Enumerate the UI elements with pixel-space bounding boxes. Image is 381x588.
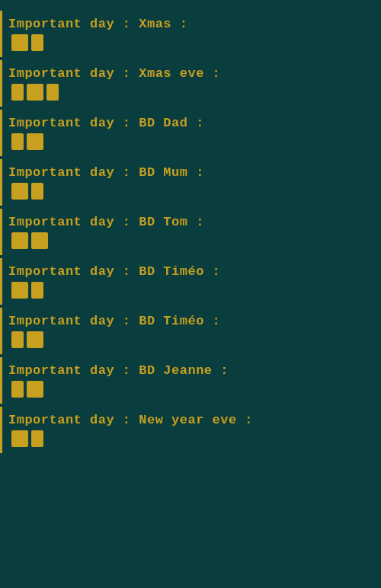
list-item: Important day : Xmas :: [0, 11, 381, 57]
list-item: Important day : Xmas eve :: [0, 60, 381, 107]
icon-block: [46, 84, 59, 101]
item-label: Important day : BD Tom :: [2, 215, 381, 229]
list-item: Important day : BD Jeanne :: [0, 357, 381, 404]
item-icons: [2, 34, 381, 51]
item-icons: [2, 430, 381, 447]
item-label: Important day : BD Jeanne :: [2, 363, 381, 378]
icon-block: [27, 331, 43, 348]
item-label: Important day : BD Dad :: [2, 116, 381, 130]
list-item: Important day : BD Timéo :: [0, 308, 381, 354]
icon-block: [11, 183, 28, 200]
item-label: Important day : BD Mum :: [2, 165, 381, 180]
icon-block: [11, 430, 28, 447]
icon-block: [27, 84, 43, 101]
icon-block: [31, 183, 43, 200]
icon-block: [11, 84, 24, 101]
list-item: Important day : BD Mum :: [0, 159, 381, 206]
item-icons: [2, 183, 381, 200]
item-icons: [2, 381, 381, 398]
list-item: Important day : BD Dad :: [0, 110, 381, 156]
item-icons: [2, 84, 381, 101]
icon-block: [11, 133, 24, 150]
icon-block: [31, 232, 48, 249]
icon-block: [11, 331, 24, 348]
item-label: Important day : New year eve :: [2, 413, 381, 427]
icon-block: [11, 232, 28, 249]
item-label: Important day : BD Timéo :: [2, 264, 381, 279]
item-label: Important day : Xmas :: [2, 17, 381, 31]
list-item: Important day : New year eve :: [0, 407, 381, 453]
items-list: Important day : Xmas :Important day : Xm…: [0, 11, 381, 453]
list-item: Important day : BD Timéo :: [0, 258, 381, 305]
item-icons: [2, 232, 381, 249]
icon-block: [11, 381, 24, 398]
icon-block: [31, 34, 43, 51]
icon-block: [27, 381, 43, 398]
item-icons: [2, 133, 381, 150]
list-item: Important day : BD Tom :: [0, 209, 381, 255]
icon-block: [11, 282, 28, 299]
item-icons: [2, 331, 381, 348]
icon-block: [11, 34, 28, 51]
icon-block: [31, 430, 43, 447]
item-label: Important day : BD Timéo :: [2, 314, 381, 328]
icon-block: [31, 282, 43, 299]
item-icons: [2, 282, 381, 299]
icon-block: [27, 133, 43, 150]
item-label: Important day : Xmas eve :: [2, 66, 381, 81]
